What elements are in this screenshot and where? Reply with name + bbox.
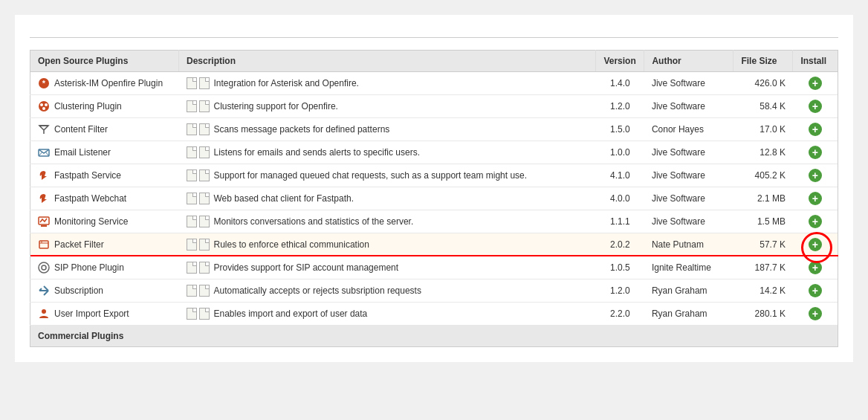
plugin-author: Jive Software xyxy=(644,72,733,95)
plugin-name-cell: Fastpath Webchat xyxy=(30,187,179,210)
plugin-author: Nate Putnam xyxy=(644,233,733,256)
plugin-filesize: 58.4 K xyxy=(733,95,793,118)
plugin-description: Provides support for SIP account managem… xyxy=(214,262,399,273)
doc-icons xyxy=(187,123,210,135)
plugin-name: Subscription xyxy=(54,285,103,296)
doc-icon[interactable] xyxy=(187,169,197,181)
table-row: Content Filter Scans message packets for… xyxy=(30,118,838,141)
plugin-name: Packet Filter xyxy=(54,239,104,250)
plugin-filesize: 17.0 K xyxy=(733,118,793,141)
plugin-desc-cell: Listens for emails and sends alerts to s… xyxy=(179,141,596,164)
svg-point-3 xyxy=(40,103,43,106)
plugin-icon xyxy=(38,193,50,204)
doc-icon[interactable] xyxy=(187,77,197,89)
doc-icon[interactable] xyxy=(187,239,197,251)
svg-point-5 xyxy=(42,107,45,110)
plugin-version: 1.2.0 xyxy=(596,95,644,118)
install-cell: + xyxy=(793,72,838,95)
plugin-description: Clustering support for Openfire. xyxy=(214,101,338,112)
plugin-desc-cell: Clustering support for Openfire. xyxy=(179,95,596,118)
doc-icon[interactable] xyxy=(199,239,210,251)
install-button[interactable]: + xyxy=(809,238,822,251)
install-button[interactable]: + xyxy=(809,77,822,90)
table-row: Clustering Plugin Clustering support for… xyxy=(30,95,838,118)
svg-point-21 xyxy=(42,309,46,314)
doc-icon[interactable] xyxy=(199,262,210,274)
plugin-filesize: 2.1 MB xyxy=(733,187,793,210)
install-cell: + xyxy=(793,233,838,256)
plugin-version: 4.0.0 xyxy=(596,187,644,210)
table-row: Packet Filter Rules to enforce ethical c… xyxy=(30,233,838,256)
commercial-header-label: Commercial Plugins xyxy=(30,326,838,347)
doc-icon[interactable] xyxy=(187,308,197,320)
doc-icon[interactable] xyxy=(199,285,210,297)
col-header-filesize: File Size xyxy=(733,51,793,72)
plugin-author: Ryan Graham xyxy=(644,280,733,303)
doc-icons xyxy=(187,262,210,274)
plugin-name-cell: Content Filter xyxy=(30,118,179,141)
plugin-author: Ryan Graham xyxy=(644,303,733,326)
install-button[interactable]: + xyxy=(809,192,822,205)
plugin-desc-cell: Provides support for SIP account managem… xyxy=(179,256,596,280)
plugin-name-cell: Packet Filter xyxy=(30,233,179,256)
install-button[interactable]: + xyxy=(809,261,822,274)
plugin-filesize: 57.7 K xyxy=(733,233,793,256)
plugin-author: Jive Software xyxy=(644,95,733,118)
doc-icon[interactable] xyxy=(187,285,197,297)
col-header-name: Open Source Plugins xyxy=(30,51,179,72)
doc-icon[interactable] xyxy=(187,146,197,158)
svg-line-9 xyxy=(45,152,48,155)
install-button[interactable]: + xyxy=(809,169,822,182)
doc-icon[interactable] xyxy=(199,146,210,158)
doc-icons xyxy=(187,285,210,297)
plugin-icon xyxy=(38,285,50,297)
doc-icon[interactable] xyxy=(199,100,210,112)
doc-icon[interactable] xyxy=(187,216,197,227)
doc-icon[interactable] xyxy=(199,216,210,227)
doc-icon[interactable] xyxy=(199,193,210,204)
doc-icon[interactable] xyxy=(187,262,197,274)
doc-icon[interactable] xyxy=(199,77,210,89)
doc-icon[interactable] xyxy=(187,193,197,204)
install-button[interactable]: + xyxy=(809,215,822,228)
doc-icon[interactable] xyxy=(187,100,197,112)
doc-icon[interactable] xyxy=(187,123,197,135)
plugin-icon xyxy=(38,262,50,274)
plugin-filesize: 12.8 K xyxy=(733,141,793,164)
plugin-name-cell: * Asterisk-IM Openfire Plugin xyxy=(30,72,179,95)
install-cell: + xyxy=(793,303,838,326)
install-cell: + xyxy=(793,256,838,280)
plugin-icon xyxy=(38,100,50,112)
page-container: Open Source Plugins Description Version … xyxy=(15,15,853,362)
plugin-icon xyxy=(38,239,50,251)
plugin-icon xyxy=(38,169,50,181)
plugin-filesize: 426.0 K xyxy=(733,72,793,95)
table-row: Email Listener Listens for emails and se… xyxy=(30,141,838,164)
install-button[interactable]: + xyxy=(809,146,822,159)
plugin-version: 1.5.0 xyxy=(596,118,644,141)
plugin-description: Scans message packets for defined patter… xyxy=(214,124,390,135)
doc-icons xyxy=(187,169,210,181)
table-row: Subscription Automatically accepts or re… xyxy=(30,280,838,303)
table-row: SIP Phone Plugin Provides support for SI… xyxy=(30,256,838,280)
svg-text:*: * xyxy=(42,79,46,88)
plugin-description: Automatically accepts or rejects subsrip… xyxy=(214,285,421,296)
plugin-version: 1.2.0 xyxy=(596,280,644,303)
plugin-description: Monitors conversations and statistics of… xyxy=(214,216,414,227)
plugin-name-cell: Fastpath Service xyxy=(30,164,179,187)
plugin-description: Rules to enforce ethical communication xyxy=(214,239,369,250)
doc-icon[interactable] xyxy=(199,308,210,320)
doc-icons xyxy=(187,308,210,320)
doc-icons xyxy=(187,146,210,158)
doc-icon[interactable] xyxy=(199,169,210,181)
plugin-name: SIP Phone Plugin xyxy=(54,262,124,273)
install-cell: + xyxy=(793,280,838,303)
plugin-filesize: 187.7 K xyxy=(733,256,793,280)
install-button[interactable]: + xyxy=(809,123,822,136)
install-button[interactable]: + xyxy=(809,100,822,113)
install-button[interactable]: + xyxy=(809,307,822,320)
install-button[interactable]: + xyxy=(809,284,822,297)
plugin-description: Web based chat client for Fastpath. xyxy=(214,193,354,204)
install-cell: + xyxy=(793,118,838,141)
doc-icon[interactable] xyxy=(199,123,210,135)
